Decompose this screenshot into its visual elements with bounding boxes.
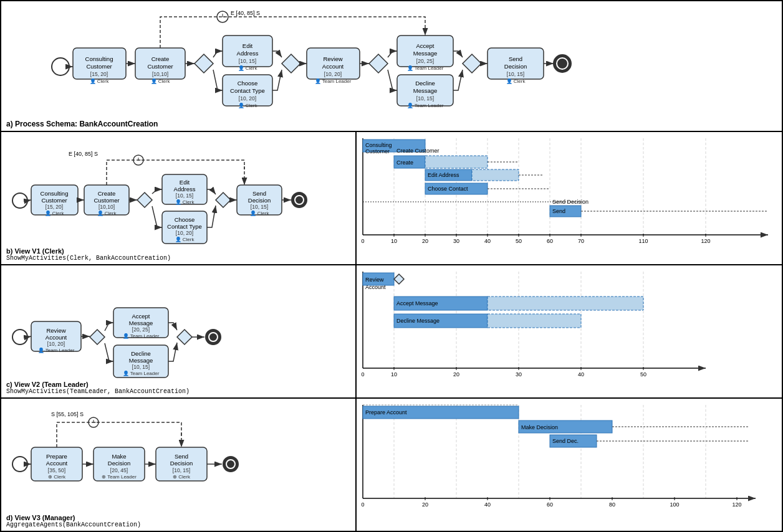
svg-text:30: 30 <box>453 238 459 244</box>
svg-text:30: 30 <box>516 371 522 378</box>
section-b-left: Consulting Customer [15, 20] 👤 Clerk Cre… <box>1 132 357 264</box>
svg-text:Create: Create <box>98 190 116 197</box>
svg-marker-168 <box>177 330 192 344</box>
section-c-left: Review Account [10, 20] 👤 Team Leader Ac… <box>1 265 357 397</box>
svg-text:[15, 20]: [15, 20] <box>90 71 108 77</box>
svg-text:Send: Send <box>509 55 522 62</box>
svg-text:[10, 20]: [10, 20] <box>324 71 342 77</box>
section-d-diagram: Prepare Account [35, 50] ⊕ Clerk Make De… <box>1 399 357 523</box>
svg-text:[10, 15]: [10, 15] <box>239 58 256 64</box>
svg-text:Customer: Customer <box>94 197 119 204</box>
section-c-label: c) View V2 (Team Leader) ShowMyActivitie… <box>6 381 190 395</box>
svg-text:⊕ Clerk: ⊕ Clerk <box>173 474 191 480</box>
svg-rect-185 <box>488 297 643 310</box>
svg-marker-34 <box>369 54 388 73</box>
svg-text:Customer: Customer <box>147 63 173 70</box>
svg-text:Send Decision: Send Decision <box>552 199 588 205</box>
svg-text:👤 Team Leader: 👤 Team Leader <box>123 333 160 339</box>
svg-text:Decision: Decision <box>108 460 130 467</box>
svg-text:Send: Send <box>175 453 188 460</box>
svg-point-60 <box>12 193 27 208</box>
section-a-label: a) Process Schema: BankAccountCreation <box>6 120 158 128</box>
svg-text:Address: Address <box>174 186 196 192</box>
svg-text:[10, 15]: [10, 15] <box>176 192 193 199</box>
svg-text:Accept Message: Accept Message <box>396 300 438 306</box>
svg-text:Edit: Edit <box>243 42 253 49</box>
svg-text:S [55, 105] S: S [55, 105] S <box>51 411 84 417</box>
svg-rect-120 <box>472 169 519 181</box>
svg-text:Create: Create <box>396 159 413 166</box>
svg-text:Account: Account <box>365 284 386 290</box>
svg-text:Account: Account <box>46 460 68 467</box>
svg-text:👤 Team Leader: 👤 Team Leader <box>38 347 75 353</box>
svg-text:👤 Clerk: 👤 Clerk <box>238 102 258 108</box>
svg-text:0: 0 <box>361 238 364 244</box>
section-b-diagram: Consulting Customer [15, 20] 👤 Clerk Cre… <box>1 132 357 263</box>
svg-line-155 <box>27 336 31 337</box>
svg-text:Customer: Customer <box>41 197 67 204</box>
svg-text:Send Dec.: Send Dec. <box>552 438 579 444</box>
svg-text:Customer: Customer <box>365 148 390 154</box>
svg-text:110: 110 <box>638 238 648 244</box>
svg-text:50: 50 <box>640 371 646 378</box>
svg-text:Create: Create <box>151 55 170 62</box>
svg-text:Consulting: Consulting <box>41 190 69 197</box>
svg-text:Decision: Decision <box>504 63 527 70</box>
svg-marker-85 <box>216 192 231 207</box>
svg-text:Make: Make <box>112 453 126 460</box>
section-c-gantt-svg: Review Account Accept Message Decline Me… <box>357 265 782 396</box>
svg-text:👤 Team Leader: 👤 Team Leader <box>407 65 444 71</box>
svg-text:Accept: Accept <box>416 42 434 49</box>
svg-text:👤 Clerk: 👤 Clerk <box>151 78 171 84</box>
svg-text:👤 Clerk: 👤 Clerk <box>238 65 258 71</box>
svg-marker-15 <box>195 54 213 73</box>
svg-text:Consulting: Consulting <box>85 55 113 62</box>
svg-text:Prepare: Prepare <box>46 453 67 460</box>
svg-text:50: 50 <box>516 238 522 244</box>
svg-text:Choose Contact: Choose Contact <box>428 186 468 192</box>
svg-text:[10, 15]: [10, 15] <box>416 95 434 102</box>
section-c-diagram: Review Account [10, 20] 👤 Team Leader Ac… <box>1 265 357 396</box>
svg-text:120: 120 <box>701 238 710 244</box>
svg-line-66 <box>27 200 31 201</box>
svg-text:E [40, 85] S: E [40, 85] S <box>69 151 98 157</box>
svg-text:Message: Message <box>129 357 153 364</box>
svg-text:Review: Review <box>46 327 65 334</box>
svg-text:100: 100 <box>670 501 679 508</box>
section-a: Consulting Customer [15, 20] 👤 Clerk Cre… <box>1 1 782 132</box>
svg-text:👤 Clerk: 👤 Clerk <box>175 199 195 205</box>
svg-text:[10, 20]: [10, 20] <box>176 230 193 236</box>
svg-point-92 <box>292 192 307 207</box>
svg-point-2 <box>52 58 69 75</box>
svg-text:Account: Account <box>46 334 67 341</box>
svg-text:[15, 20]: [15, 20] <box>46 204 63 210</box>
svg-text:Choose: Choose <box>175 216 195 223</box>
svg-text:0: 0 <box>361 501 364 508</box>
svg-text:Customer: Customer <box>86 63 112 70</box>
svg-text:Message: Message <box>413 50 438 57</box>
section-b-row: Consulting Customer [15, 20] 👤 Clerk Cre… <box>1 132 782 265</box>
svg-text:[10, 20]: [10, 20] <box>47 341 65 347</box>
svg-text:120: 120 <box>732 501 741 508</box>
section-b-gantt: Consulting Customer Create Create Custom… <box>357 132 782 264</box>
svg-marker-182 <box>394 274 404 284</box>
svg-text:Prepare Account: Prepare Account <box>365 409 407 416</box>
svg-text:80: 80 <box>609 501 615 508</box>
svg-text:Contact Type: Contact Type <box>167 223 202 230</box>
svg-text:Edit Address: Edit Address <box>428 172 459 178</box>
section-b-gantt-svg: Consulting Customer Create Create Custom… <box>357 132 782 263</box>
svg-text:[10, 15]: [10, 15] <box>251 204 268 210</box>
svg-point-169 <box>206 330 221 344</box>
svg-text:Decline: Decline <box>131 350 151 357</box>
svg-text:Contact Type: Contact Type <box>230 87 265 94</box>
svg-text:[20, 25]: [20, 25] <box>416 58 434 64</box>
svg-text:Make Decision: Make Decision <box>521 424 558 430</box>
section-d-label: d) View V3 (Manager) AggregateAgents(Ban… <box>6 514 141 528</box>
svg-text:Account: Account <box>322 63 344 70</box>
svg-rect-188 <box>488 314 581 328</box>
svg-text:👤 Team Leader: 👤 Team Leader <box>407 102 444 108</box>
svg-text:👤 Clerk: 👤 Clerk <box>175 236 195 242</box>
svg-text:Address: Address <box>237 50 259 57</box>
svg-text:20: 20 <box>453 371 459 378</box>
svg-text:10: 10 <box>391 238 397 244</box>
